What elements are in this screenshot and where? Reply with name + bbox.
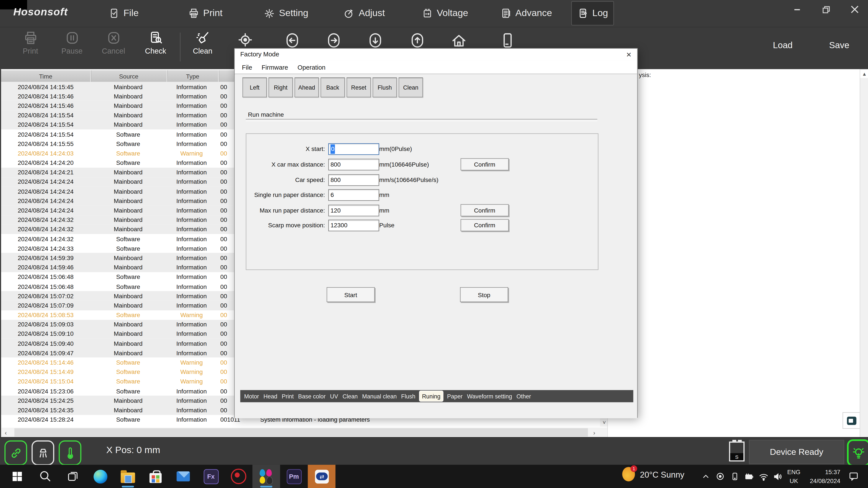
action-center-icon[interactable] [848,471,859,482]
dialog-menu-item[interactable]: File [242,64,252,71]
cell-type: Information [166,350,217,356]
column-header-source[interactable]: Source [91,70,167,82]
printer-software-icon[interactable] [252,465,280,488]
toolbar-separator [180,33,181,62]
menu-print[interactable]: Print [183,0,228,27]
cell-source: Mainboard [90,397,166,404]
vertical-scrollbar[interactable]: ▲ [860,69,868,437]
task-view-button[interactable] [59,465,86,488]
single-run-input[interactable]: 6 [328,189,379,201]
dialog-menu-item[interactable]: Firmware [261,64,288,71]
jog-button[interactable]: Ahead [294,77,319,97]
x-start-input[interactable]: 0 [328,143,379,155]
column-header-type[interactable]: Type [167,70,219,82]
cell-type: Information [166,388,217,394]
dialog-tab[interactable]: Motor [244,393,259,399]
car-speed-input[interactable]: 800 [328,174,379,186]
temperature-status-icon[interactable] [59,441,82,465]
cell-source: Mainboard [90,93,166,100]
security-app-icon[interactable] [225,465,253,488]
jog-button[interactable]: Flush [373,77,397,97]
dialog-tab[interactable]: Manual clean [362,393,397,399]
confirm-max-run-button[interactable]: Confirm [461,204,509,216]
cell-type: Information [166,264,217,271]
light-status-icon[interactable] [847,440,868,466]
horizontal-scrollbar-thumb[interactable] [14,428,588,436]
clock-date: 24/08/2024 [804,476,840,485]
tray-phone-icon[interactable] [727,472,742,481]
dialog-tab[interactable]: Other [517,393,531,399]
pause-tool-button[interactable]: Pause [53,28,91,68]
spray-status-icon[interactable] [31,441,54,465]
mail-app-icon[interactable] [169,465,197,488]
tray-ring-icon[interactable] [713,471,727,481]
tray-power-icon[interactable] [742,471,756,482]
start-button-dialog[interactable]: Start [327,287,375,302]
start-button[interactable] [3,465,31,488]
x-car-max-input[interactable]: 800 [328,159,379,170]
dialog-tab[interactable]: Print [282,393,293,399]
dialog-tab[interactable]: Runing [420,391,443,401]
confirm-x-car-max-button[interactable]: Confirm [461,158,509,170]
ink-level-indicator[interactable]: S [729,442,745,461]
weather-widget[interactable]: 1 20°C Sunny [622,467,684,481]
jog-button[interactable]: Left [242,77,267,97]
dialog-tab[interactable]: Flush [401,393,415,399]
dialog-menu-item[interactable]: Operation [298,64,326,71]
close-button[interactable] [843,0,867,19]
horizontal-scrollbar[interactable]: ‹ › [1,428,608,437]
dialog-tab[interactable]: Paper [447,393,463,399]
tray-expand-icon[interactable] [699,472,713,481]
dialog-tab[interactable]: Head [264,393,277,399]
column-header-time[interactable]: Time [1,70,91,82]
jog-button[interactable]: Reset [346,77,371,97]
teamviewer-icon[interactable]: ⇄ [308,465,336,488]
scroll-left-icon[interactable]: ‹ [1,428,10,437]
cancel-tool-button[interactable]: Cancel [94,28,133,68]
dialog-tab[interactable]: Clean [342,393,358,399]
menu-file[interactable]: File [103,0,144,27]
print-tool-button[interactable]: Print [11,28,50,68]
check-tool-button[interactable]: Check [136,28,175,68]
microsoft-store-icon[interactable] [142,465,169,488]
dialog-tab[interactable]: Waveform setting [467,393,512,399]
status-bar: X Pos: 0 mm S Device Ready [0,437,868,465]
cell-type: Information [166,207,217,214]
pm-app-icon[interactable]: Pm [280,465,308,488]
max-run-input[interactable]: 120 [328,205,379,217]
menu-adjust[interactable]: Adjust [338,0,391,27]
minimize-button[interactable] [785,0,809,19]
confirm-scarp-move-button[interactable]: Confirm [461,219,509,231]
scarp-move-input[interactable]: 12300 [328,220,379,231]
scroll-up-icon[interactable]: ▲ [860,70,868,78]
cell-source: Software [90,369,166,376]
dialog-tab[interactable]: Base color [298,393,326,399]
fx-app-icon[interactable]: Fx [197,465,225,488]
file-explorer-icon[interactable] [114,465,142,488]
menu-advance[interactable]: Advance [495,0,558,27]
restore-button[interactable] [814,0,838,19]
jog-button[interactable]: Right [269,77,293,97]
edge-browser-icon[interactable] [86,465,114,488]
search-button[interactable] [31,465,59,488]
clock-widget[interactable]: 15:37 24/08/2024 [804,467,840,485]
stop-button-dialog[interactable]: Stop [460,287,508,302]
jog-button[interactable]: Clean [399,77,423,97]
menu-voltage[interactable]: Voltage [416,0,474,27]
cell-type: Warning [166,312,217,318]
menu-log[interactable]: Log [571,1,614,25]
connection-status-icon[interactable] [4,441,27,465]
clean-tool-button[interactable]: Clean [183,28,222,68]
dialog-titlebar[interactable]: Factory Mode ✕ [235,48,637,61]
save-button[interactable]: Save [820,40,859,50]
dialog-tab[interactable]: UV [330,393,338,399]
menu-setting[interactable]: Setting [258,0,314,27]
load-button[interactable]: Load [764,40,802,50]
jog-button[interactable]: Back [320,77,345,97]
scroll-right-icon[interactable]: › [590,428,599,437]
tray-wifi-icon[interactable] [756,471,771,482]
dialog-close-icon[interactable]: ✕ [624,50,634,60]
device-status-button[interactable]: Device Ready [749,440,844,464]
corner-tool-button[interactable] [843,412,860,429]
language-indicator[interactable]: ENG UK [783,467,805,485]
